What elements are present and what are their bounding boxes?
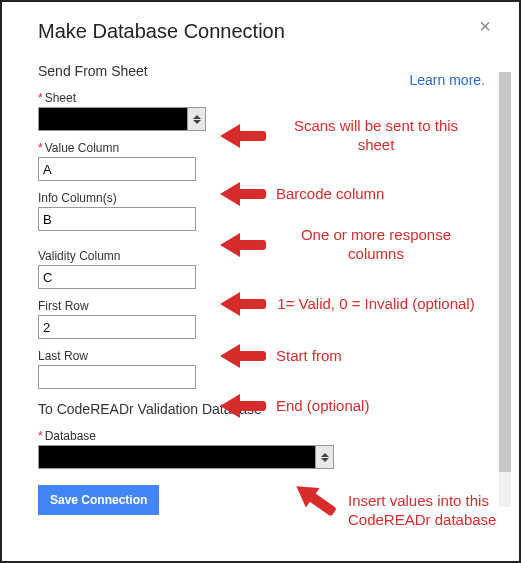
arrow-left-icon	[289, 476, 342, 523]
dialog-title: Make Database Connection	[38, 20, 491, 43]
annotation-info-columns: One or more response columns	[220, 226, 476, 264]
dialog: Make Database Connection × Send From She…	[2, 2, 519, 561]
validity-column-input[interactable]	[38, 265, 196, 289]
chevron-sort-icon	[187, 108, 205, 130]
chevron-sort-icon	[315, 446, 333, 468]
value-column-input[interactable]	[38, 157, 196, 181]
info-columns-input[interactable]	[38, 207, 196, 231]
annotation-value-column: Barcode column	[220, 182, 384, 206]
annotation-first-row: Start from	[220, 344, 342, 368]
annotation-database: Insert values into this CodeREADr databa…	[292, 492, 521, 530]
scrollbar-thumb[interactable]	[499, 72, 511, 472]
last-row-input[interactable]	[38, 365, 196, 389]
sheet-select[interactable]	[38, 107, 206, 131]
annotation-last-row: End (optional)	[220, 394, 369, 418]
arrow-left-icon	[220, 394, 268, 418]
arrow-left-icon	[220, 182, 268, 206]
arrow-left-icon	[220, 124, 268, 148]
arrow-left-icon	[220, 292, 268, 316]
arrow-left-icon	[220, 233, 268, 257]
learn-more-link[interactable]: Learn more.	[410, 72, 485, 88]
database-select[interactable]	[38, 445, 334, 469]
close-icon[interactable]: ×	[479, 16, 491, 36]
arrow-left-icon	[220, 344, 268, 368]
annotation-sheet: Scans will be sent to this sheet	[220, 117, 476, 155]
database-label: *Database	[38, 429, 491, 443]
annotation-validity-column: 1= Valid, 0 = Invalid (optional)	[220, 292, 476, 316]
sheet-label: *Sheet	[38, 91, 491, 105]
field-database: *Database	[38, 429, 491, 469]
save-connection-button[interactable]: Save Connection	[38, 485, 159, 515]
first-row-input[interactable]	[38, 315, 196, 339]
scrollbar-track[interactable]	[499, 72, 511, 507]
